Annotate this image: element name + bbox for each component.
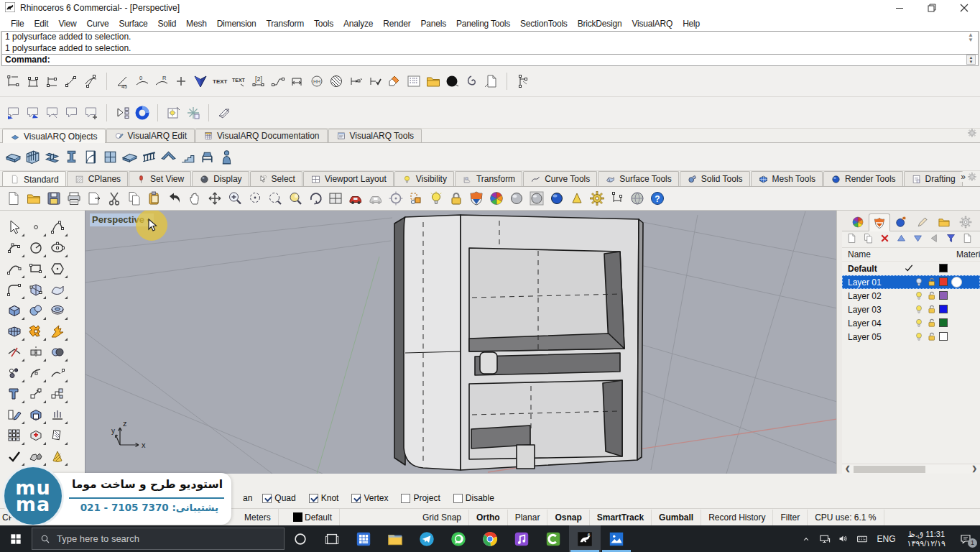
page-blue1-icon[interactable] <box>4 103 23 122</box>
clock[interactable]: 11:31 ق.ظ ۱۳۹۹/۱۲/۱۹ <box>902 530 951 548</box>
tab-transform[interactable]: Transform <box>455 171 522 186</box>
paint-c-tool[interactable] <box>4 404 25 425</box>
menu-file[interactable]: File <box>6 19 29 29</box>
rect-c-tool[interactable] <box>25 258 47 279</box>
menu-brickdesign[interactable]: BrickDesign <box>573 19 627 29</box>
layer-list-header[interactable]: Name Material <box>842 248 980 262</box>
circle-hh-icon[interactable]: HH <box>307 72 326 91</box>
menu-visualarq[interactable]: VisualARQ <box>627 19 678 29</box>
layer-visibility-icon[interactable] <box>914 290 924 303</box>
viewport-grid-icon[interactable] <box>325 189 346 208</box>
menu-analyze[interactable]: Analyze <box>338 19 378 29</box>
minimize-button[interactable] <box>883 0 915 16</box>
osnap-knot[interactable]: Knot <box>309 493 339 503</box>
va-column-icon[interactable] <box>62 147 81 167</box>
zoom-win-icon[interactable] <box>265 189 285 208</box>
layer-row-layer-02[interactable]: Layer 02 <box>842 289 980 303</box>
box-3d-tool[interactable] <box>4 300 25 321</box>
text-small-icon[interactable]: TEXT <box>229 72 249 91</box>
funnel-blue-icon[interactable] <box>945 232 957 247</box>
car-gray-icon[interactable] <box>366 189 386 208</box>
folder-yellow-icon[interactable] <box>423 72 443 91</box>
box-white-tool[interactable] <box>25 404 47 425</box>
va-slab-icon[interactable] <box>120 147 139 167</box>
tab-visibility[interactable]: Visibility <box>394 171 454 186</box>
page-plus-icon[interactable] <box>81 103 101 122</box>
tab-viewport-layout[interactable]: Viewport Layout <box>303 171 394 186</box>
fillet-c-tool[interactable] <box>4 279 25 300</box>
array-grid-tool[interactable] <box>4 425 25 446</box>
paste-icon[interactable] <box>144 189 165 208</box>
dim-bracket2-icon[interactable]: [2] <box>249 72 268 91</box>
va-window-icon[interactable] <box>101 147 120 167</box>
spiral-icon[interactable] <box>462 72 481 91</box>
panel-tab-folder-tab[interactable] <box>933 213 955 231</box>
x-red-icon[interactable] <box>879 232 891 247</box>
dim-0-icon[interactable]: 0 <box>132 72 152 91</box>
taskbar-itunes-purple[interactable] <box>506 525 537 552</box>
va-stair-icon[interactable] <box>178 147 198 167</box>
plus-icon[interactable] <box>171 72 190 91</box>
taskbar-rhino-app[interactable]: 6 <box>569 525 601 552</box>
status-filter[interactable]: Filter <box>773 510 808 525</box>
dim-4-icon[interactable] <box>62 72 81 91</box>
layer-color-swatch[interactable] <box>939 305 948 313</box>
circle-c-tool[interactable] <box>25 237 47 258</box>
dim-45-icon[interactable]: 45 <box>113 72 132 91</box>
menu-mesh[interactable]: Mesh <box>181 19 212 29</box>
taskbar-whatsapp[interactable] <box>443 525 474 552</box>
gear-icon[interactable] <box>967 128 977 140</box>
dim-R-icon[interactable]: R <box>152 72 171 91</box>
taskbar-camtasia[interactable] <box>537 525 569 552</box>
layer-material-ball[interactable] <box>951 277 962 288</box>
bulb-icon[interactable] <box>426 189 446 208</box>
fillet2-c-tool[interactable] <box>25 362 47 383</box>
status-smarttrack[interactable]: SmartTrack <box>590 510 652 525</box>
va-railing-icon[interactable] <box>139 147 159 167</box>
language-indicator[interactable]: ENG <box>872 534 902 544</box>
check-c-tool[interactable] <box>4 446 25 466</box>
taskbar-telegram[interactable] <box>411 525 443 552</box>
layer-color-swatch[interactable] <box>939 277 948 286</box>
perspective-viewport[interactable]: z y x Perspective ▾ <box>85 211 836 474</box>
taskbar-taskview[interactable] <box>316 525 348 552</box>
split-c-tool[interactable] <box>25 341 47 362</box>
hatch-c-tool[interactable] <box>47 425 68 446</box>
layer-row-layer-05[interactable]: Layer 05 <box>842 330 980 344</box>
va-curtain-icon[interactable] <box>23 147 42 167</box>
osnap-vertex[interactable]: Vertex <box>351 493 388 503</box>
taskbar-search[interactable]: Type here to search <box>32 528 285 550</box>
menu-surface[interactable]: Surface <box>114 19 152 29</box>
dim-2-icon[interactable] <box>23 72 42 91</box>
va-wall-icon[interactable] <box>4 147 23 167</box>
panel-tab-shield-tab[interactable] <box>869 213 890 231</box>
dim-harrow-icon[interactable] <box>287 72 307 91</box>
tab-curve-tools[interactable]: Curve Tools <box>523 171 597 186</box>
panel-tab-sphere-arrow-tab[interactable] <box>890 213 912 231</box>
torus-3d-tool[interactable] <box>47 300 68 321</box>
ellipse-c-tool[interactable] <box>47 237 68 258</box>
color-wheel-icon[interactable] <box>486 189 507 208</box>
osnap-quad[interactable]: Quad <box>262 493 295 503</box>
earth-gray-icon[interactable] <box>627 189 647 208</box>
va-door-icon[interactable] <box>81 147 101 167</box>
text-big-icon[interactable]: TEXT <box>210 72 229 91</box>
layer-row-default[interactable]: Default <box>842 262 980 275</box>
panel-tab-wheel-tab[interactable] <box>847 213 869 231</box>
page-plain2-icon[interactable] <box>62 103 81 122</box>
layer-lock-icon[interactable] <box>927 331 937 344</box>
undo-icon[interactable] <box>165 189 185 208</box>
menu-sectiontools[interactable]: SectionTools <box>515 19 573 29</box>
copy-sq-tool[interactable] <box>47 383 68 404</box>
restore-button[interactable] <box>915 0 948 16</box>
menu-tools[interactable]: Tools <box>309 19 338 29</box>
menu-dimension[interactable]: Dimension <box>212 19 262 29</box>
arc-c-tool[interactable] <box>4 258 25 279</box>
menu-curve[interactable]: Curve <box>81 19 114 29</box>
blast-or-tool[interactable] <box>47 321 68 341</box>
eraser-orange-icon[interactable] <box>384 72 404 91</box>
tab-visualarq-documentation[interactable]: VisualARQ Documentation <box>195 129 328 142</box>
taskbar-cortana[interactable] <box>285 525 316 552</box>
osnap-disable[interactable]: Disable <box>453 493 494 503</box>
taskbar-explorer[interactable] <box>379 525 411 552</box>
